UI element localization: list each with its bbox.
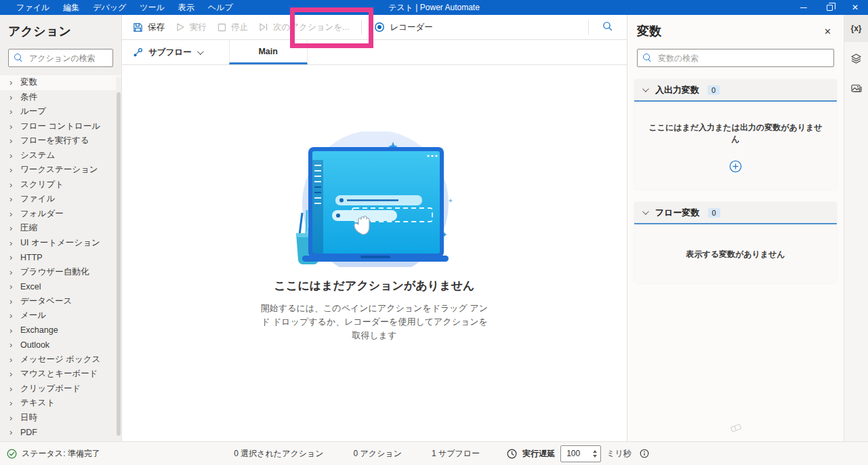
run-button[interactable]: 実行 [170, 18, 212, 37]
actions-category-item[interactable]: › フロー コントロール [0, 119, 121, 134]
actions-category-item[interactable]: › メール [0, 308, 121, 323]
info-icon [640, 449, 649, 458]
menu-item[interactable]: ヘルプ [208, 2, 233, 14]
chevron-right-icon: › [9, 122, 20, 131]
actions-category-item[interactable]: › ワークステーション [0, 163, 121, 178]
add-io-variable-button[interactable] [729, 160, 742, 175]
actions-category-item[interactable]: › Outlook [0, 338, 121, 352]
menu-item[interactable]: ツール [140, 2, 165, 14]
chevron-right-icon: › [9, 239, 20, 247]
run-delay-input[interactable] [561, 446, 590, 462]
search-icon [14, 54, 22, 62]
image-icon [850, 83, 862, 94]
search-icon [602, 21, 613, 32]
actions-category-item[interactable]: › テキスト [0, 396, 121, 411]
actions-category-item[interactable]: › ファイル [0, 192, 121, 207]
titlebar: ファイル編集デバッグツール表示ヘルプ テスト | Power Automate … [0, 0, 868, 15]
flow-variables-count-badge: 0 [708, 208, 720, 218]
actions-category-item[interactable]: › PDF [0, 425, 121, 440]
actions-search[interactable] [8, 49, 113, 67]
toolbar-divider [588, 20, 589, 35]
actions-category-item[interactable]: › ループ [0, 104, 121, 119]
empty-canvas-title: ここにはまだアクションがありません [274, 278, 475, 294]
chevron-right-icon: › [9, 136, 20, 145]
actions-search-input[interactable] [9, 54, 112, 63]
plus-circle-icon [729, 160, 742, 173]
rail-ui-elements-button[interactable] [844, 45, 868, 72]
restore-icon [827, 5, 833, 11]
variables-panel: 変数 ✕ 入出力変数 0 ここにはまだ入力または出力の変数がありません フロー変… [627, 15, 844, 441]
flow-variables-section: フロー変数 0 表示する変数がありません [634, 202, 837, 283]
minimize-button[interactable] [791, 0, 817, 15]
actions-category-item[interactable]: › 変数 [0, 75, 121, 90]
close-icon: ✕ [852, 3, 859, 12]
actions-panel: アクション › 変数 › 条件 › ループ › フロー コントロール › フロー… [0, 15, 122, 441]
flow-variables-empty-message: 表示する変数がありません [648, 249, 823, 260]
close-button[interactable]: ✕ [842, 0, 868, 15]
toolbar-divider [361, 20, 362, 35]
window-controls: ✕ [791, 0, 868, 15]
actions-category-item[interactable]: › システム [0, 148, 121, 163]
actions-category-item[interactable]: › データベース [0, 294, 121, 309]
actions-category-item[interactable]: › 日時 [0, 411, 121, 426]
sidebar-scrollbar-thumb[interactable] [117, 92, 121, 436]
chevron-right-icon: › [9, 165, 20, 174]
play-icon [175, 22, 185, 32]
io-variables-section: 入出力変数 0 ここにはまだ入力または出力の変数がありません [634, 79, 837, 190]
recorder-button[interactable]: レコーダー [369, 18, 438, 37]
actions-category-item[interactable]: › フローを実行する [0, 134, 121, 148]
chevron-right-icon: › [9, 151, 20, 160]
tab-main[interactable]: Main [229, 40, 308, 64]
right-rail: {x} [844, 15, 868, 441]
actions-category-item[interactable]: › UI オートメーション [0, 236, 121, 251]
spinner-up-icon[interactable] [593, 450, 597, 453]
close-icon: ✕ [824, 26, 831, 37]
variables-search[interactable] [637, 49, 834, 67]
spinner-down-icon[interactable] [593, 455, 597, 458]
toolbar-search-button[interactable] [596, 17, 620, 38]
variables-search-input[interactable] [638, 54, 833, 63]
rail-images-button[interactable] [844, 75, 868, 102]
variables-panel-close-button[interactable]: ✕ [820, 25, 835, 38]
rail-variables-button[interactable]: {x} [844, 15, 868, 42]
actions-category-item[interactable]: › Exchange [0, 323, 121, 338]
subflow-bar: サブフロー Main [122, 40, 627, 65]
stop-button[interactable]: 停止 [212, 18, 253, 37]
io-variables-count-badge: 0 [707, 85, 720, 95]
clock-icon [507, 449, 517, 459]
actions-category-item[interactable]: › フォルダー [0, 207, 121, 222]
eraser-icon [729, 422, 743, 433]
chevron-right-icon: › [9, 340, 20, 349]
selected-actions-count: 0 選択されたアクション [219, 448, 338, 460]
step-over-icon [259, 22, 268, 32]
restore-button[interactable] [817, 0, 842, 15]
menu-item[interactable]: ファイル [16, 2, 49, 14]
menu-item[interactable]: デバッグ [93, 2, 126, 14]
empty-canvas-illustration [290, 132, 459, 267]
chevron-right-icon: › [9, 253, 20, 262]
actions-category-item[interactable]: › スクリプト [0, 178, 121, 193]
chevron-right-icon: › [9, 311, 20, 320]
sidebar-scrollbar[interactable] [116, 77, 121, 441]
actions-category-item[interactable]: › 圧縮 [0, 221, 121, 236]
chevron-right-icon: › [9, 180, 20, 189]
actions-category-item[interactable]: › 条件 [0, 90, 121, 105]
save-button[interactable]: 保存 [127, 18, 170, 37]
actions-category-item[interactable]: › メッセージ ボックス [0, 352, 121, 367]
chevron-right-icon: › [9, 384, 20, 393]
actions-category-item[interactable]: › HTTP [0, 250, 121, 265]
actions-category-item[interactable]: › ブラウザー自動化 [0, 265, 121, 280]
chevron-down-icon [642, 208, 649, 215]
run-delay-field [560, 445, 601, 462]
flow-variables-header[interactable]: フロー変数 0 [634, 202, 837, 224]
save-icon [133, 22, 143, 33]
subflow-dropdown[interactable]: サブフロー [122, 40, 211, 64]
menu-item[interactable]: 編集 [63, 2, 79, 14]
actions-category-item[interactable]: › クリップボード [0, 382, 121, 397]
menu-item[interactable]: 表示 [178, 2, 194, 14]
run-next-action-button[interactable]: 次のアクションを... [253, 18, 354, 37]
actions-category-item[interactable]: › マウスとキーボード [0, 367, 121, 382]
io-variables-header[interactable]: 入出力変数 0 [634, 79, 837, 102]
actions-category-item[interactable]: › Excel [0, 279, 121, 294]
flow-canvas[interactable]: ここにはまだアクションがありません 開始するには、このペインにアクションをドラッ… [122, 65, 627, 441]
